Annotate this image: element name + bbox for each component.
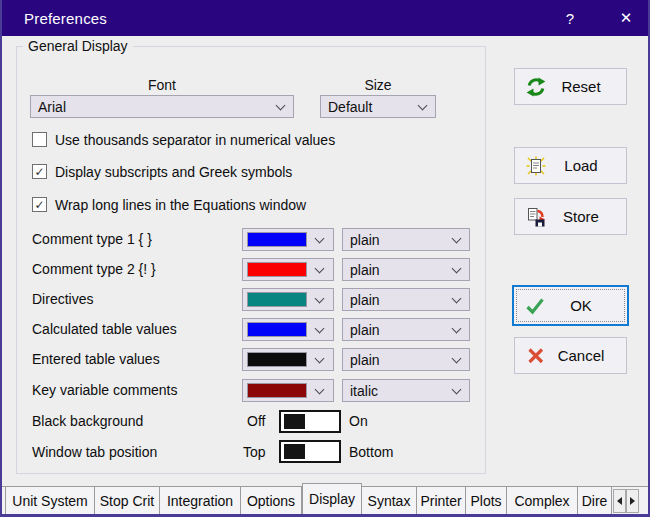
black-background-label: Black background bbox=[32, 413, 143, 429]
chevron-down-icon bbox=[418, 100, 428, 110]
font-style-dropdown[interactable]: plain bbox=[342, 288, 470, 311]
color-swatch bbox=[247, 322, 307, 337]
window-title: Preferences bbox=[24, 10, 107, 27]
ok-button[interactable]: OK bbox=[512, 285, 629, 326]
store-button[interactable]: Store bbox=[514, 198, 627, 235]
chevron-down-icon bbox=[452, 384, 462, 394]
help-icon: ? bbox=[566, 10, 574, 27]
size-dropdown[interactable]: Default bbox=[320, 95, 436, 118]
tab-scroll-right-button[interactable] bbox=[626, 489, 639, 513]
checkbox-thousands-separator[interactable]: Use thousands separator in numerical val… bbox=[32, 131, 335, 148]
triangle-left-icon bbox=[617, 497, 622, 505]
tab-display[interactable]: Display bbox=[302, 483, 362, 514]
tab-scroll-left-button[interactable] bbox=[613, 489, 626, 513]
color-swatch bbox=[247, 292, 307, 307]
font-style-dropdown[interactable]: plain bbox=[342, 318, 470, 341]
style-row-directives: Directives plain bbox=[2, 288, 472, 311]
chevron-down-icon bbox=[315, 233, 325, 243]
title-bar[interactable]: Preferences ? ✕ bbox=[0, 0, 650, 36]
font-style-dropdown[interactable]: italic bbox=[342, 379, 470, 402]
tab-plots[interactable]: Plots bbox=[466, 487, 507, 514]
tab-integration[interactable]: Integration bbox=[160, 487, 241, 514]
reset-button[interactable]: Reset bbox=[514, 68, 627, 105]
color-swatch bbox=[247, 352, 307, 367]
size-dropdown-value: Default bbox=[321, 99, 419, 115]
settings-tab-bar: Unit System Stop Crit Integration Option… bbox=[2, 486, 648, 514]
font-style-value: plain bbox=[343, 232, 453, 248]
color-dropdown[interactable] bbox=[242, 348, 334, 371]
checkbox-box: ✓ bbox=[32, 164, 47, 179]
close-button[interactable]: ✕ bbox=[604, 0, 648, 36]
chevron-down-icon bbox=[452, 233, 462, 243]
store-document-icon bbox=[526, 207, 546, 227]
font-style-value: plain bbox=[343, 262, 453, 278]
toggle-bottom-label: Bottom bbox=[349, 444, 393, 460]
tab-directives[interactable]: Dire bbox=[578, 487, 612, 514]
button-label: Store bbox=[546, 208, 616, 225]
checkbox-label: Display subscripts and Greek symbols bbox=[55, 164, 292, 180]
color-dropdown[interactable] bbox=[242, 379, 334, 402]
toggle-off-label: Off bbox=[247, 413, 265, 429]
tab-unit-system[interactable]: Unit System bbox=[5, 487, 95, 514]
toggle-top-label: Top bbox=[243, 444, 266, 460]
triangle-right-icon bbox=[630, 497, 635, 505]
help-button[interactable]: ? bbox=[548, 0, 592, 36]
load-button[interactable]: Load bbox=[514, 147, 627, 184]
color-dropdown[interactable] bbox=[242, 228, 334, 251]
chevron-down-icon bbox=[315, 323, 325, 333]
button-label: OK bbox=[545, 297, 617, 314]
row-label: Comment type 1 { } bbox=[32, 228, 152, 251]
checkbox-wrap-long-lines[interactable]: ✓ Wrap long lines in the Equations windo… bbox=[32, 196, 306, 213]
tab-scroll-controls bbox=[613, 487, 639, 514]
check-mark-icon: ✓ bbox=[34, 166, 44, 178]
color-swatch bbox=[247, 262, 307, 277]
font-style-dropdown[interactable]: plain bbox=[342, 258, 470, 281]
font-dropdown-value: Arial bbox=[31, 99, 277, 115]
chevron-down-icon bbox=[315, 384, 325, 394]
toggle-knob bbox=[284, 414, 305, 429]
checkbox-subscripts-greek[interactable]: ✓ Display subscripts and Greek symbols bbox=[32, 163, 292, 180]
tab-stop-crit[interactable]: Stop Crit bbox=[95, 487, 160, 514]
row-label: Directives bbox=[32, 288, 93, 311]
font-style-dropdown[interactable]: plain bbox=[342, 348, 470, 371]
refresh-icon bbox=[526, 77, 546, 97]
close-icon: ✕ bbox=[620, 9, 633, 27]
style-row-entered-table-values: Entered table values plain bbox=[2, 348, 472, 371]
style-row-comment-type-2: Comment type 2 {! } plain bbox=[2, 258, 472, 281]
row-label: Key variable comments bbox=[32, 379, 178, 402]
color-swatch bbox=[247, 383, 307, 398]
chevron-down-icon bbox=[315, 353, 325, 363]
font-dropdown[interactable]: Arial bbox=[30, 95, 294, 118]
color-dropdown[interactable] bbox=[242, 318, 334, 341]
tab-printer[interactable]: Printer bbox=[417, 487, 466, 514]
font-style-dropdown[interactable]: plain bbox=[342, 228, 470, 251]
load-document-icon bbox=[526, 156, 546, 176]
button-label: Load bbox=[546, 157, 616, 174]
chevron-down-icon bbox=[452, 263, 462, 273]
cancel-button[interactable]: Cancel bbox=[514, 337, 627, 374]
style-row-key-variable-comments: Key variable comments italic bbox=[2, 379, 472, 402]
tab-options[interactable]: Options bbox=[241, 487, 302, 514]
font-style-value: plain bbox=[343, 292, 453, 308]
check-icon bbox=[525, 296, 545, 316]
tab-complex[interactable]: Complex bbox=[507, 487, 578, 514]
chevron-down-icon bbox=[315, 263, 325, 273]
window-tab-position-toggle[interactable] bbox=[279, 440, 341, 463]
color-dropdown[interactable] bbox=[242, 258, 334, 281]
color-swatch bbox=[247, 232, 307, 247]
checkbox-label: Wrap long lines in the Equations window bbox=[55, 197, 306, 213]
row-label: Comment type 2 {! } bbox=[32, 258, 156, 281]
preferences-dialog: Preferences ? ✕ General Display Font Siz… bbox=[0, 0, 650, 517]
checkbox-box: ✓ bbox=[32, 197, 47, 212]
window-tab-position-label: Window tab position bbox=[32, 444, 157, 460]
row-label: Entered table values bbox=[32, 348, 160, 371]
black-background-toggle[interactable] bbox=[279, 410, 341, 433]
checkbox-box bbox=[32, 132, 47, 147]
color-dropdown[interactable] bbox=[242, 288, 334, 311]
font-style-value: plain bbox=[343, 352, 453, 368]
tab-syntax[interactable]: Syntax bbox=[362, 487, 417, 514]
checkbox-label: Use thousands separator in numerical val… bbox=[55, 132, 335, 148]
style-row-calculated-table-values: Calculated table values plain bbox=[2, 318, 472, 341]
font-style-value: plain bbox=[343, 322, 453, 338]
size-label: Size bbox=[320, 77, 436, 93]
